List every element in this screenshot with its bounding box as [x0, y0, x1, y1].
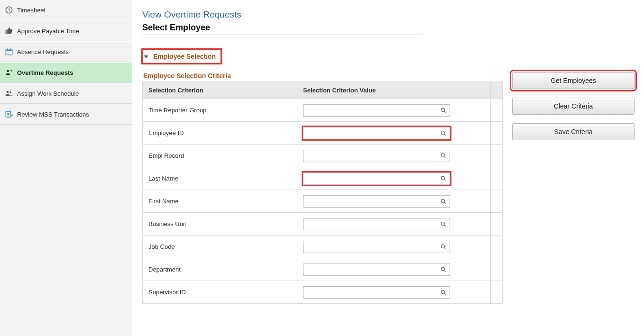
section-header-highlight: Employee Selection — [141, 48, 222, 64]
table-row: Job Code — [143, 236, 503, 258]
criterion-input[interactable] — [304, 105, 437, 116]
svg-point-8 — [441, 154, 444, 157]
criterion-input[interactable] — [304, 173, 437, 184]
criterion-label: Employee ID — [143, 122, 297, 145]
search-icon[interactable] — [437, 175, 450, 182]
criterion-input[interactable] — [304, 242, 437, 252]
sidebar-item-overtime-requests[interactable]: Overtime Requests — [0, 62, 132, 83]
table-row: Time Reporter Group — [143, 99, 503, 122]
lookup-field — [303, 241, 450, 253]
sidebar-item-label: Assign Work Schedule — [17, 90, 128, 97]
sidebar-item-label: Absence Requests — [17, 48, 128, 55]
search-icon[interactable] — [437, 289, 450, 296]
criterion-label: Empl Record — [143, 145, 297, 167]
criterion-value-cell — [297, 258, 491, 281]
criteria-block: Employee Selection Criteria Selection Cr… — [142, 72, 503, 304]
lookup-field — [303, 127, 450, 139]
lookup-field — [303, 218, 450, 230]
blank-cell — [490, 99, 502, 122]
sidebar-item-review-mss-transactions[interactable]: Review MSS Transactions — [0, 104, 132, 125]
criterion-value-cell — [297, 167, 491, 190]
sidebar-item-label: Approve Payable Time — [17, 27, 128, 35]
svg-rect-1 — [6, 49, 12, 55]
save-criteria-button[interactable]: Save Criteria — [512, 123, 635, 140]
sidebar-item-timesheet[interactable]: Timesheet — [0, 0, 132, 20]
blank-cell — [490, 145, 502, 167]
criterion-value-cell — [297, 99, 491, 122]
svg-point-12 — [441, 245, 444, 248]
criterion-value-cell — [297, 213, 491, 236]
criterion-input[interactable] — [304, 196, 437, 207]
criterion-label: First Name — [143, 190, 297, 213]
chevron-down-icon — [144, 55, 148, 58]
clock-icon — [5, 6, 13, 14]
action-column: Get Employees Clear Criteria Save Criter… — [512, 72, 635, 140]
criterion-input[interactable] — [304, 264, 437, 275]
criterion-value-cell — [297, 236, 491, 258]
table-row: Department — [143, 258, 503, 281]
lookup-field — [303, 195, 450, 208]
blank-cell — [490, 281, 502, 304]
page-title: View Overtime Requests — [142, 9, 630, 20]
criterion-label: Business Unit — [143, 213, 297, 236]
table-row: Last Name — [143, 167, 503, 190]
svg-point-10 — [441, 199, 444, 202]
svg-point-6 — [441, 108, 444, 111]
criterion-input[interactable] — [304, 151, 437, 161]
lookup-field — [303, 150, 450, 162]
search-icon[interactable] — [437, 221, 450, 227]
col-header-blank — [490, 82, 502, 99]
sidebar-item-assign-work-schedule[interactable]: Assign Work Schedule — [0, 83, 132, 104]
table-row: Business Unit — [143, 213, 503, 236]
search-icon[interactable] — [437, 153, 450, 159]
thumb-up-icon — [5, 27, 13, 35]
criterion-input[interactable] — [304, 219, 437, 229]
svg-point-3 — [7, 91, 9, 93]
svg-point-7 — [441, 131, 444, 134]
user-arrow-icon — [5, 68, 13, 77]
blank-cell — [490, 122, 502, 145]
table-row: Employee ID — [143, 122, 503, 145]
svg-point-9 — [441, 176, 444, 180]
get-employees-button[interactable]: Get Employees — [512, 72, 635, 89]
search-icon[interactable] — [437, 130, 450, 136]
list-check-icon — [5, 110, 13, 118]
sidebar: Timesheet Approve Payable Time Absence R… — [0, 0, 133, 336]
page-subtitle: Select Employee — [142, 23, 422, 35]
criterion-input[interactable] — [304, 128, 437, 138]
search-icon[interactable] — [437, 198, 450, 205]
search-icon[interactable] — [437, 107, 450, 114]
employee-selection-toggle[interactable]: Employee Selection — [143, 51, 218, 62]
clear-criteria-button[interactable]: Clear Criteria — [512, 98, 635, 115]
svg-point-2 — [7, 70, 9, 73]
col-header-value: Selection Criterion Value — [297, 82, 491, 99]
sidebar-item-label: Timesheet — [17, 7, 128, 14]
lookup-field — [303, 286, 450, 299]
calendar-icon — [5, 47, 13, 56]
main-content: View Overtime Requests Select Employee E… — [133, 0, 644, 336]
section-header-label: Employee Selection — [153, 53, 216, 60]
svg-point-13 — [441, 267, 444, 271]
users-icon — [5, 89, 13, 98]
criterion-input[interactable] — [304, 287, 437, 298]
blank-cell — [490, 213, 502, 236]
svg-point-14 — [441, 290, 444, 293]
search-icon[interactable] — [437, 244, 450, 250]
svg-point-4 — [9, 91, 11, 93]
sidebar-item-label: Overtime Requests — [17, 69, 128, 76]
lookup-field — [303, 104, 450, 117]
lookup-field — [303, 173, 450, 185]
sidebar-item-approve-payable-time[interactable]: Approve Payable Time — [0, 20, 132, 41]
criterion-label: Supervisor ID — [143, 281, 297, 304]
criterion-value-cell — [297, 281, 491, 304]
sidebar-item-absence-requests[interactable]: Absence Requests — [0, 41, 132, 62]
search-icon[interactable] — [437, 266, 450, 273]
criterion-value-cell — [297, 122, 491, 145]
blank-cell — [490, 190, 502, 213]
lookup-field — [303, 263, 450, 276]
table-row: Supervisor ID — [143, 281, 503, 304]
criterion-label: Job Code — [143, 236, 297, 258]
criterion-label: Last Name — [143, 167, 297, 190]
blank-cell — [490, 258, 502, 281]
criterion-label: Department — [143, 258, 297, 281]
